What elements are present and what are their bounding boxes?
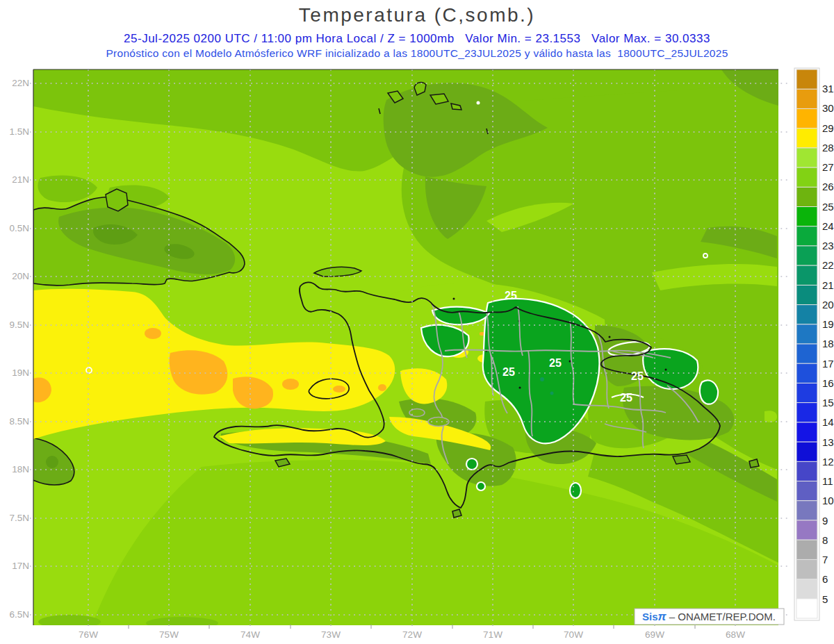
pi-icon: π (658, 610, 667, 623)
colorbar-label: 19 (822, 318, 834, 330)
lat-label: 8.5N (9, 416, 29, 427)
colorbar-label: 14 (822, 416, 834, 428)
sispi-logo-text: Sis (642, 611, 658, 622)
lon-label: 75W (159, 629, 179, 640)
lat-label: 1.5N (9, 126, 29, 137)
colorbar-label: 6 (822, 573, 828, 585)
colorbar-label: 29 (822, 122, 834, 134)
temperature-shading-layer (21, 69, 778, 629)
colorbar-label: 26 (822, 181, 834, 192)
lat-label: 20N (12, 271, 29, 281)
colorbar-label: 25 (822, 201, 834, 213)
colorbar-label: 28 (822, 142, 834, 154)
lat-label: 21N (12, 174, 29, 185)
isotherm-label: 25 (620, 392, 632, 404)
colorbar-label: 31 (822, 83, 834, 94)
lon-label: 76W (79, 629, 98, 640)
isotherm-label: 25 (502, 366, 515, 378)
onamet-credit: – ONAMET/REP.DOM. (667, 611, 776, 622)
colorbar-label: 20 (822, 299, 834, 311)
colorbar-label: 9 (822, 515, 828, 527)
colorbar: 31 30 29 28 27 26 25 24 23 22 21 20 19 1… (794, 68, 834, 620)
colorbar-label: 12 (822, 456, 834, 468)
colorbar-label: 22 (822, 259, 834, 271)
colorbar-label: 15 (822, 397, 834, 408)
latitude-axis: 22N 1.5N 21N 0.5N 20N 9.5N 19N 8.5N 18N … (9, 78, 29, 620)
isotherm-label: 25 (631, 370, 644, 382)
colorbar-label: 24 (822, 220, 834, 232)
colorbar-label: 10 (822, 495, 834, 506)
lon-label: 69W (645, 629, 664, 640)
lat-label: 18N (12, 464, 29, 474)
colorbar-cells (796, 69, 817, 618)
colorbar-labels: 31 30 29 28 27 26 25 24 23 22 21 20 19 1… (822, 83, 834, 605)
lon-label: 72W (402, 629, 422, 640)
lat-label: 19N (12, 368, 29, 378)
longitude-axis: 76W 75W 74W 73W 72W 71W 70W 69W 68W (79, 629, 745, 640)
white-spot (477, 101, 480, 105)
colorbar-label: 5 (822, 593, 828, 605)
lat-label: 0.5N (9, 223, 29, 233)
lat-label: 6.5N (9, 609, 29, 620)
colorbar-label: 18 (822, 338, 834, 349)
temperature-map-figure: 25 25 25 25 25 22N 1.5N 21N 0.5N 20N 9.5… (0, 0, 834, 644)
lat-label: 17N (12, 561, 29, 571)
colorbar-label: 30 (822, 102, 834, 114)
page-title: Temperatura (C,somb.) (0, 0, 834, 26)
forecast-datetime-line: 25-Jul-2025 0200 UTC / 11:00 pm Hora Loc… (0, 32, 834, 46)
colorbar-label: 21 (822, 279, 834, 291)
lat-label: 22N (12, 78, 29, 88)
lon-label: 73W (321, 629, 341, 640)
lon-label: 74W (240, 629, 260, 640)
colorbar-label: 8 (822, 534, 828, 546)
colorbar-label: 17 (822, 358, 834, 370)
isotherm-label: 25 (549, 357, 562, 369)
colorbar-label: 27 (822, 161, 834, 173)
model-info-line: Pronóstico con el Modelo Atmósferico WRF… (0, 47, 834, 60)
sispi-onamet-badge: Sisπ – ONAMET/REP.DOM. (635, 609, 784, 625)
colorbar-label: 23 (822, 240, 834, 251)
colorbar-label: 13 (822, 436, 834, 448)
lat-label: 7.5N (9, 513, 29, 523)
lon-label: 68W (726, 629, 745, 640)
gonave-orange-spot (333, 386, 345, 393)
colorbar-label: 7 (822, 554, 828, 565)
colorbar-label: 16 (822, 377, 834, 389)
lat-label: 9.5N (9, 320, 29, 330)
lon-label: 70W (564, 629, 583, 640)
isotherm-label: 25 (505, 290, 517, 302)
figure-header: Temperatura (C,somb.) 25-Jul-2025 0200 U… (0, 0, 834, 60)
colorbar-label: 11 (822, 475, 833, 487)
lon-label: 71W (483, 629, 502, 640)
svg-text:Sisπ – ONAMET/REP.DOM.: Sisπ – ONAMET/REP.DOM. (642, 610, 776, 623)
